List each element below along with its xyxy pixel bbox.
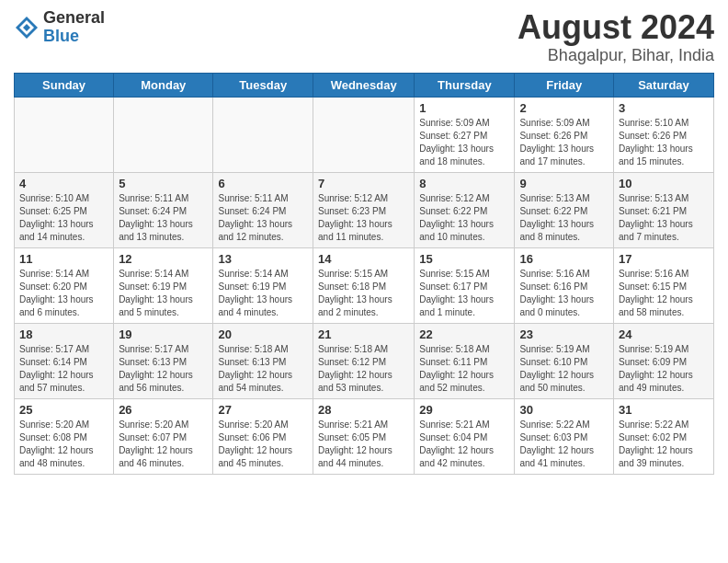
day-number: 27 [218, 403, 308, 417]
table-row: 30Sunrise: 5:22 AM Sunset: 6:03 PM Dayli… [515, 398, 614, 474]
calendar-week-row: 25Sunrise: 5:20 AM Sunset: 6:08 PM Dayli… [15, 398, 714, 474]
table-row: 3Sunrise: 5:10 AM Sunset: 6:26 PM Daylig… [614, 97, 714, 172]
title-area: August 2024 Bhagalpur, Bihar, India [518, 9, 714, 65]
day-info: Sunrise: 5:09 AM Sunset: 6:27 PM Dayligh… [419, 117, 509, 168]
table-row: 11Sunrise: 5:14 AM Sunset: 6:20 PM Dayli… [15, 247, 114, 323]
day-number: 5 [119, 177, 208, 190]
day-info: Sunrise: 5:21 AM Sunset: 6:05 PM Dayligh… [318, 419, 409, 470]
day-info: Sunrise: 5:20 AM Sunset: 6:08 PM Dayligh… [19, 419, 108, 470]
day-info: Sunrise: 5:11 AM Sunset: 6:24 PM Dayligh… [218, 192, 308, 244]
day-info: Sunrise: 5:16 AM Sunset: 6:15 PM Dayligh… [619, 268, 709, 319]
table-row [15, 97, 114, 172]
table-row: 31Sunrise: 5:22 AM Sunset: 6:02 PM Dayli… [614, 398, 714, 474]
day-info: Sunrise: 5:19 AM Sunset: 6:09 PM Dayligh… [619, 343, 709, 395]
table-row: 19Sunrise: 5:17 AM Sunset: 6:13 PM Dayli… [114, 323, 213, 398]
table-row: 20Sunrise: 5:18 AM Sunset: 6:13 PM Dayli… [213, 323, 313, 398]
page-container: General Blue August 2024 Bhagalpur, Biha… [0, 0, 728, 484]
table-row [114, 97, 213, 172]
day-info: Sunrise: 5:21 AM Sunset: 6:04 PM Dayligh… [419, 419, 509, 470]
day-number: 24 [619, 327, 709, 341]
header-wednesday: Wednesday [313, 73, 415, 97]
day-info: Sunrise: 5:19 AM Sunset: 6:10 PM Dayligh… [519, 343, 609, 395]
day-number: 25 [19, 403, 108, 417]
day-number: 23 [519, 327, 609, 341]
table-row: 28Sunrise: 5:21 AM Sunset: 6:05 PM Dayli… [313, 398, 415, 474]
table-row: 14Sunrise: 5:15 AM Sunset: 6:18 PM Dayli… [313, 247, 415, 323]
table-row [213, 97, 313, 172]
day-number: 9 [519, 177, 609, 190]
table-row: 2Sunrise: 5:09 AM Sunset: 6:26 PM Daylig… [515, 97, 614, 172]
day-info: Sunrise: 5:13 AM Sunset: 6:22 PM Dayligh… [519, 192, 609, 244]
header-friday: Friday [515, 73, 614, 97]
day-number: 19 [119, 327, 208, 341]
logo-text: General Blue [43, 9, 105, 46]
month-title: August 2024 [518, 9, 714, 46]
day-info: Sunrise: 5:09 AM Sunset: 6:26 PM Dayligh… [519, 117, 609, 168]
day-info: Sunrise: 5:16 AM Sunset: 6:16 PM Dayligh… [519, 268, 609, 319]
table-row: 25Sunrise: 5:20 AM Sunset: 6:08 PM Dayli… [15, 398, 114, 474]
table-row: 4Sunrise: 5:10 AM Sunset: 6:25 PM Daylig… [15, 172, 114, 247]
day-info: Sunrise: 5:14 AM Sunset: 6:20 PM Dayligh… [19, 268, 108, 319]
logo-general: General [43, 9, 105, 28]
table-row: 18Sunrise: 5:17 AM Sunset: 6:14 PM Dayli… [15, 323, 114, 398]
day-info: Sunrise: 5:18 AM Sunset: 6:11 PM Dayligh… [419, 343, 509, 395]
table-row: 1Sunrise: 5:09 AM Sunset: 6:27 PM Daylig… [415, 97, 515, 172]
day-number: 31 [619, 403, 709, 417]
day-info: Sunrise: 5:18 AM Sunset: 6:12 PM Dayligh… [318, 343, 409, 395]
table-row [313, 97, 415, 172]
header-saturday: Saturday [614, 73, 714, 97]
day-info: Sunrise: 5:11 AM Sunset: 6:24 PM Dayligh… [119, 192, 208, 244]
calendar-week-row: 1Sunrise: 5:09 AM Sunset: 6:27 PM Daylig… [15, 97, 714, 172]
day-number: 4 [19, 177, 108, 190]
location-title: Bhagalpur, Bihar, India [518, 46, 714, 65]
header-monday: Monday [114, 73, 213, 97]
day-info: Sunrise: 5:15 AM Sunset: 6:18 PM Dayligh… [318, 268, 409, 319]
day-number: 12 [119, 252, 208, 266]
table-row: 8Sunrise: 5:12 AM Sunset: 6:22 PM Daylig… [415, 172, 515, 247]
day-info: Sunrise: 5:22 AM Sunset: 6:02 PM Dayligh… [619, 419, 709, 470]
table-row: 7Sunrise: 5:12 AM Sunset: 6:23 PM Daylig… [313, 172, 415, 247]
day-number: 13 [218, 252, 308, 266]
day-number: 7 [318, 177, 409, 190]
day-number: 15 [419, 252, 509, 266]
day-info: Sunrise: 5:17 AM Sunset: 6:13 PM Dayligh… [119, 343, 208, 395]
logo: General Blue [14, 9, 105, 46]
header-sunday: Sunday [15, 73, 114, 97]
day-number: 3 [619, 101, 709, 115]
day-info: Sunrise: 5:15 AM Sunset: 6:17 PM Dayligh… [419, 268, 509, 319]
table-row: 15Sunrise: 5:15 AM Sunset: 6:17 PM Dayli… [415, 247, 515, 323]
table-row: 17Sunrise: 5:16 AM Sunset: 6:15 PM Dayli… [614, 247, 714, 323]
day-info: Sunrise: 5:12 AM Sunset: 6:22 PM Dayligh… [419, 192, 509, 244]
header-tuesday: Tuesday [213, 73, 313, 97]
day-number: 6 [218, 177, 308, 190]
day-number: 2 [519, 101, 609, 115]
table-row: 23Sunrise: 5:19 AM Sunset: 6:10 PM Dayli… [515, 323, 614, 398]
day-number: 29 [419, 403, 509, 417]
day-info: Sunrise: 5:12 AM Sunset: 6:23 PM Dayligh… [318, 192, 409, 244]
header: General Blue August 2024 Bhagalpur, Biha… [14, 9, 714, 65]
logo-blue: Blue [43, 28, 105, 46]
header-thursday: Thursday [415, 73, 515, 97]
table-row: 10Sunrise: 5:13 AM Sunset: 6:21 PM Dayli… [614, 172, 714, 247]
day-info: Sunrise: 5:20 AM Sunset: 6:06 PM Dayligh… [218, 419, 308, 470]
table-row: 22Sunrise: 5:18 AM Sunset: 6:11 PM Dayli… [415, 323, 515, 398]
table-row: 29Sunrise: 5:21 AM Sunset: 6:04 PM Dayli… [415, 398, 515, 474]
day-number: 20 [218, 327, 308, 341]
day-info: Sunrise: 5:14 AM Sunset: 6:19 PM Dayligh… [218, 268, 308, 319]
day-number: 21 [318, 327, 409, 341]
calendar-week-row: 11Sunrise: 5:14 AM Sunset: 6:20 PM Dayli… [15, 247, 714, 323]
day-info: Sunrise: 5:13 AM Sunset: 6:21 PM Dayligh… [619, 192, 709, 244]
day-number: 8 [419, 177, 509, 190]
day-info: Sunrise: 5:10 AM Sunset: 6:26 PM Dayligh… [619, 117, 709, 168]
day-info: Sunrise: 5:18 AM Sunset: 6:13 PM Dayligh… [218, 343, 308, 395]
calendar: Sunday Monday Tuesday Wednesday Thursday… [14, 73, 714, 475]
table-row: 5Sunrise: 5:11 AM Sunset: 6:24 PM Daylig… [114, 172, 213, 247]
calendar-week-row: 18Sunrise: 5:17 AM Sunset: 6:14 PM Dayli… [15, 323, 714, 398]
day-number: 11 [19, 252, 108, 266]
day-info: Sunrise: 5:22 AM Sunset: 6:03 PM Dayligh… [519, 419, 609, 470]
day-number: 30 [519, 403, 609, 417]
table-row: 24Sunrise: 5:19 AM Sunset: 6:09 PM Dayli… [614, 323, 714, 398]
calendar-week-row: 4Sunrise: 5:10 AM Sunset: 6:25 PM Daylig… [15, 172, 714, 247]
day-info: Sunrise: 5:10 AM Sunset: 6:25 PM Dayligh… [19, 192, 108, 244]
logo-icon [14, 15, 40, 40]
